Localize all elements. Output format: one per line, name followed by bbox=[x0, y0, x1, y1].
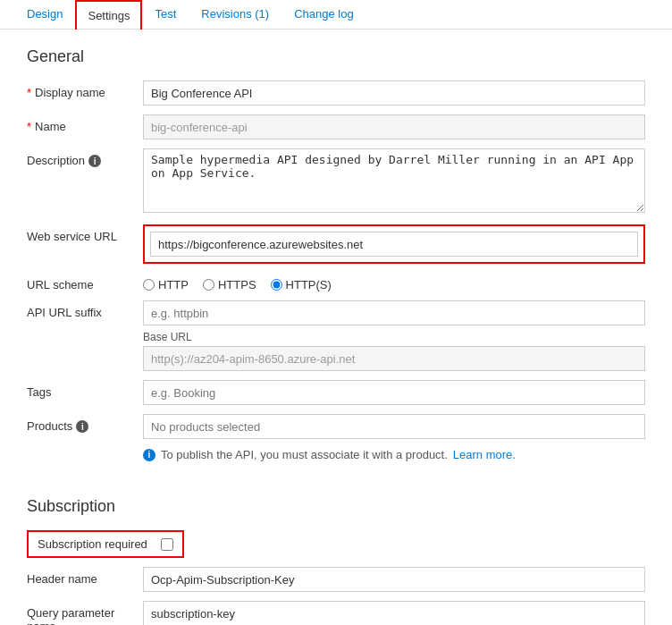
subscription-title: Subscription bbox=[27, 497, 645, 516]
name-required-star: * bbox=[27, 120, 31, 133]
url-scheme-radio-group: HTTP HTTPS HTTP(S) bbox=[143, 273, 645, 291]
radio-https-label[interactable]: HTTPS bbox=[203, 278, 256, 291]
api-url-suffix-wrap: Base URL bbox=[143, 300, 645, 371]
description-textarea[interactable]: Sample hypermedia API designed by Darrel… bbox=[143, 148, 645, 213]
radio-http-label[interactable]: HTTP bbox=[143, 278, 189, 291]
web-service-url-label: Web service URL bbox=[27, 224, 143, 243]
general-section: General * Display name * Name Descri bbox=[27, 47, 645, 461]
display-name-label: * Display name bbox=[27, 80, 143, 99]
base-url-label: Base URL bbox=[143, 331, 645, 343]
subscription-required-label: Subscription required bbox=[38, 537, 154, 551]
radio-https-both[interactable] bbox=[271, 279, 282, 291]
description-info-icon: i bbox=[88, 155, 101, 167]
web-service-url-input[interactable] bbox=[150, 232, 638, 257]
required-star: * bbox=[27, 86, 31, 99]
api-url-suffix-label: API URL suffix bbox=[27, 300, 143, 319]
radio-https[interactable] bbox=[203, 279, 214, 291]
header-name-group: Header name bbox=[27, 567, 645, 592]
subscription-required-group: Subscription required bbox=[27, 530, 645, 558]
url-scheme-group: URL scheme HTTP HTTPS HTTP(S) bbox=[27, 273, 645, 291]
tab-design[interactable]: Design bbox=[14, 0, 75, 30]
header-name-label: Header name bbox=[27, 567, 143, 586]
tab-revisions[interactable]: Revisions (1) bbox=[189, 0, 281, 30]
tab-settings[interactable]: Settings bbox=[75, 0, 142, 30]
name-wrap bbox=[143, 114, 645, 139]
web-service-url-wrap bbox=[143, 224, 645, 264]
radio-https-both-label[interactable]: HTTP(S) bbox=[271, 278, 332, 291]
tab-test[interactable]: Test bbox=[142, 0, 189, 30]
web-service-url-border bbox=[143, 224, 645, 264]
web-service-url-group: Web service URL bbox=[27, 224, 645, 264]
learn-more-link[interactable]: Learn more. bbox=[453, 448, 516, 461]
tags-input[interactable] bbox=[143, 380, 645, 405]
products-info-icon: i bbox=[76, 420, 88, 433]
query-param-input[interactable] bbox=[143, 601, 645, 625]
publish-info-icon: i bbox=[143, 449, 155, 461]
tags-wrap bbox=[143, 380, 645, 405]
main-content: General * Display name * Name Descri bbox=[0, 30, 672, 625]
tab-changelog[interactable]: Change log bbox=[281, 0, 366, 30]
subscription-section: Subscription Subscription required Heade… bbox=[27, 497, 645, 625]
name-label: * Name bbox=[27, 114, 143, 133]
description-group: Description i Sample hypermedia API desi… bbox=[27, 148, 645, 215]
tags-label: Tags bbox=[27, 380, 143, 399]
name-input[interactable] bbox=[143, 114, 645, 139]
tags-group: Tags bbox=[27, 380, 645, 405]
description-label: Description i bbox=[27, 148, 143, 167]
products-wrap bbox=[143, 414, 645, 439]
products-label: Products i bbox=[27, 414, 143, 433]
display-name-group: * Display name bbox=[27, 80, 645, 106]
query-param-wrap bbox=[143, 601, 645, 625]
api-url-suffix-group: API URL suffix Base URL bbox=[27, 300, 645, 371]
display-name-input[interactable] bbox=[143, 80, 645, 106]
display-name-wrap bbox=[143, 80, 645, 106]
description-wrap: Sample hypermedia API designed by Darrel… bbox=[143, 148, 645, 215]
base-url-input bbox=[143, 346, 645, 371]
publish-info: i To publish the API, you must associate… bbox=[143, 448, 645, 461]
url-scheme-wrap: HTTP HTTPS HTTP(S) bbox=[143, 273, 645, 291]
subscription-required-checkbox[interactable] bbox=[161, 538, 173, 551]
radio-http[interactable] bbox=[143, 279, 155, 291]
api-url-suffix-input[interactable] bbox=[143, 300, 645, 325]
query-param-label: Query parameter name bbox=[27, 601, 143, 625]
tab-bar: Design Settings Test Revisions (1) Chang… bbox=[0, 0, 672, 30]
url-scheme-label: URL scheme bbox=[27, 273, 143, 291]
products-group: Products i bbox=[27, 414, 645, 439]
name-group: * Name bbox=[27, 114, 645, 139]
query-param-group: Query parameter name bbox=[27, 601, 645, 625]
publish-info-text: To publish the API, you must associate i… bbox=[161, 448, 448, 461]
products-input[interactable] bbox=[143, 414, 645, 439]
section-divider bbox=[27, 461, 645, 479]
header-name-wrap bbox=[143, 567, 645, 592]
subscription-required-border: Subscription required bbox=[27, 530, 184, 558]
header-name-input[interactable] bbox=[143, 567, 645, 592]
general-title: General bbox=[27, 47, 645, 66]
